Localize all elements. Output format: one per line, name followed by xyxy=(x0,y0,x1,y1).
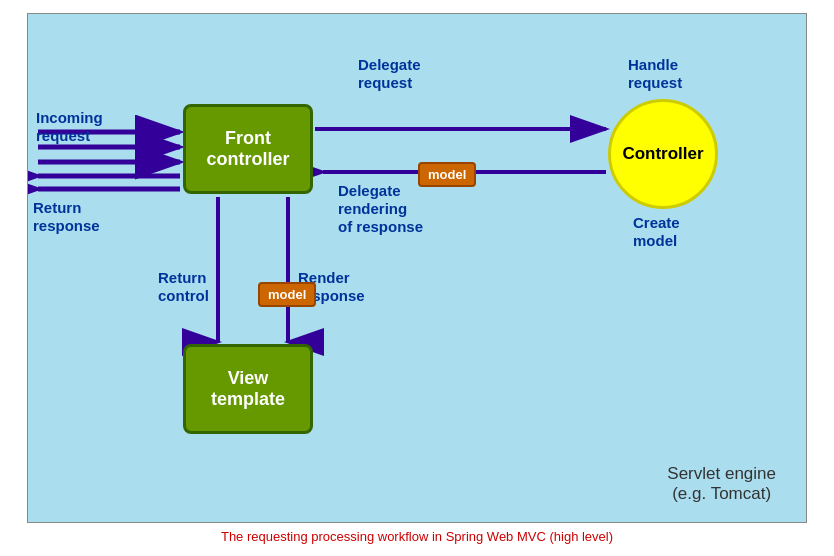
front-controller-box: Frontcontroller xyxy=(183,104,313,194)
view-template-box: Viewtemplate xyxy=(183,344,313,434)
return-control-label: Returncontrol xyxy=(158,269,209,305)
diagram: Incomingrequest Returnresponse Delegater… xyxy=(27,13,807,523)
delegate-request-label: Delegaterequest xyxy=(358,56,421,92)
return-response-label: Returnresponse xyxy=(33,199,100,235)
create-model-label: Createmodel xyxy=(633,214,680,250)
diagram-caption: The requesting processing workflow in Sp… xyxy=(221,529,613,544)
controller-circle: Controller xyxy=(608,99,718,209)
delegate-rendering-label: Delegaterenderingof response xyxy=(338,182,423,236)
servlet-engine-label: Servlet engine(e.g. Tomcat) xyxy=(667,464,776,504)
model-badge-2: model xyxy=(258,282,316,307)
incoming-request-label: Incomingrequest xyxy=(36,109,103,145)
model-badge-1: model xyxy=(418,162,476,187)
handle-request-label: Handlerequest xyxy=(628,56,682,92)
